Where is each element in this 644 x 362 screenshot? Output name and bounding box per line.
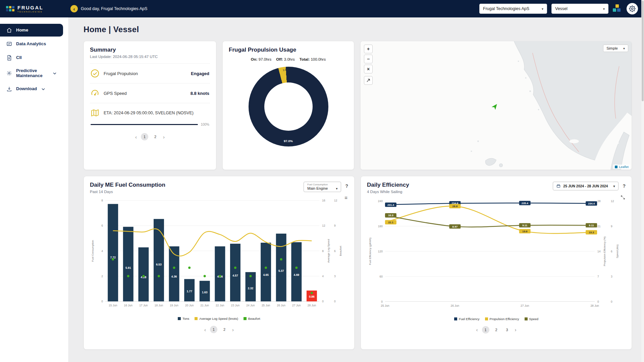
chevron-down-icon: ▾ (542, 7, 543, 11)
svg-text:4: 4 (322, 275, 324, 278)
zoom-out-button[interactable]: − (364, 55, 373, 63)
stat-on-value: 97.0hrs (259, 57, 271, 61)
expand-icon[interactable] (621, 195, 625, 200)
map-style-select[interactable]: Simple ▾ (603, 45, 628, 52)
zoom-in-button[interactable]: + (364, 45, 373, 53)
svg-text:22 Jun: 22 Jun (216, 304, 224, 307)
fleet-icon[interactable] (613, 4, 622, 13)
map-canvas[interactable] (361, 41, 632, 170)
legend-label: Average Log Speed (knots) (199, 317, 238, 320)
vessel-select-value: Vessel (555, 6, 568, 11)
page-button[interactable]: 1 (482, 326, 489, 334)
efficiency-card-subtitle: 4 Days While Sailing (367, 190, 409, 194)
chevron-down-icon: ▾ (336, 187, 337, 190)
vessel-select[interactable]: Vessel ▾ (551, 4, 608, 14)
svg-text:235.4: 235.4 (522, 202, 529, 205)
scrollbar-thumb[interactable] (642, 1, 644, 101)
svg-text:3: 3 (334, 275, 336, 278)
chart-menu-icon[interactable]: ≡ (344, 195, 347, 200)
donut-hole (264, 82, 313, 131)
svg-text:4.69: 4.69 (294, 273, 300, 277)
stat-total-label: Total: (300, 57, 310, 61)
svg-text:22.1: 22.1 (388, 221, 393, 224)
sidebar-item-label: CII (16, 55, 22, 60)
svg-text:0: 0 (597, 300, 599, 303)
summary-rows: Frugal Propulsion Engaged GPS Speed 8.8 … (90, 63, 210, 103)
summary-row-gps-speed: GPS Speed 8.8 knots (90, 83, 210, 103)
svg-text:0: 0 (611, 300, 612, 303)
map-card: + − × Simple ▾ Leaflet (360, 41, 632, 170)
legend-swatch (178, 317, 181, 320)
analytics-icon (6, 41, 12, 47)
sidebar: Home Data Analytics CII Predictive Maint… (0, 17, 69, 362)
daily-efficiency-chart: 0601201802400714212803691225 Jun26 Jun27… (367, 195, 626, 315)
leaflet-attribution[interactable]: Leaflet (613, 165, 630, 169)
page-button[interactable]: 1 (210, 326, 217, 333)
svg-text:0: 0 (381, 300, 383, 303)
map-measure-button[interactable] (364, 76, 373, 85)
next-page-button[interactable]: › (514, 327, 517, 332)
company-select[interactable]: Frugal Technologies ApS ▾ (479, 4, 547, 14)
sidebar-item-data-analytics[interactable]: Data Analytics (0, 38, 63, 50)
summary-eta-block: ETA: 2024-06-29 05:00:00, SVELGEN (NOSVE… (90, 103, 210, 128)
efficiency-chart-wrap: 0601201802400714212803691225 Jun26 Jun27… (367, 195, 626, 316)
svg-text:12: 12 (322, 224, 325, 227)
svg-text:19 Jun: 19 Jun (170, 304, 178, 307)
date-range-select[interactable]: 25 JUN 2024 - 28 JUN 2024 ▾ (553, 182, 619, 190)
help-icon[interactable]: ? (345, 183, 348, 189)
helm-icon[interactable] (627, 3, 638, 14)
summary-last-update: Last Update: 2024-06-28 05:15:47 UTC (90, 55, 210, 59)
svg-text:9: 9 (611, 225, 612, 228)
fuel-consumption-chart: 02468048121603691215 Jun16 Jun17 Jun18 J… (90, 195, 348, 315)
chevron-down-icon (42, 88, 45, 90)
stat-total: Total: 100.0hrs (300, 57, 326, 61)
svg-text:8.97: 8.97 (452, 225, 458, 228)
svg-text:9: 9 (334, 224, 336, 227)
map-route-icon (91, 109, 99, 117)
summary-row-label: GPS Speed (104, 91, 127, 96)
chevron-down-icon (53, 72, 56, 74)
chevron-down-icon: ▾ (603, 7, 605, 11)
page-button[interactable]: 2 (493, 326, 500, 334)
sidebar-item-cii[interactable]: CII (0, 51, 63, 64)
legend-item-speed: Speed (525, 317, 538, 321)
svg-text:Speed (kts): Speed (kts) (616, 244, 619, 258)
page-scrollbar[interactable] (641, 0, 644, 362)
next-page-button[interactable]: › (231, 327, 234, 332)
stat-off: Off: 3.0hrs (276, 57, 295, 61)
page-button[interactable]: 3 (503, 326, 511, 334)
svg-text:16: 16 (322, 199, 325, 202)
fuel-card-titles: Daily ME Fuel Consumption Past 14 Days (90, 182, 165, 194)
frugal-logo[interactable]: FRUGAL TECHNOLOGIES (6, 5, 64, 13)
legend-item-fuel-efficiency: Fuel Efficiency (454, 317, 480, 321)
svg-text:25 Jun: 25 Jun (262, 304, 270, 307)
sidebar-item-predictive-maintenance[interactable]: Predictive Maintenance (0, 65, 63, 82)
help-icon[interactable]: ? (623, 183, 626, 189)
fuel-type-select[interactable]: Fuel Consumption Main Engine ▾ (304, 182, 341, 192)
back-icon[interactable]: ‹ (70, 5, 78, 12)
legend-item-tons: Tons (178, 317, 189, 320)
svg-text:15 Jun: 15 Jun (109, 304, 117, 307)
company-select-value: Frugal Technologies ApS (483, 6, 529, 11)
next-page-button[interactable]: › (162, 134, 165, 139)
page-button[interactable]: 2 (152, 133, 159, 140)
page-button[interactable]: 2 (221, 326, 228, 333)
fuel-card-controls: Fuel Consumption Main Engine ▾ ? (304, 182, 348, 192)
summary-title: Summary (90, 47, 210, 53)
logo-icon (6, 6, 14, 11)
prev-page-button[interactable]: ‹ (135, 134, 138, 139)
navbar-right: Frugal Technologies ApS ▾ Vessel ▾ (479, 3, 638, 14)
svg-text:240: 240 (378, 199, 383, 203)
efficiency-pagination: ‹ 1 2 3 › (367, 326, 626, 334)
logo-text: FRUGAL TECHNOLOGIES (17, 5, 44, 13)
prev-page-button[interactable]: ‹ (204, 327, 207, 332)
leaflet-icon (615, 166, 618, 168)
prev-page-button[interactable]: ‹ (476, 327, 479, 332)
page-button[interactable]: 1 (141, 133, 148, 140)
sidebar-item-home[interactable]: Home (0, 24, 63, 37)
svg-text:27 Jun: 27 Jun (521, 304, 529, 307)
sidebar-item-download[interactable]: Download (0, 83, 63, 96)
svg-text:Fuel Consumption: Fuel Consumption (91, 240, 94, 262)
clear-route-button[interactable]: × (364, 65, 373, 73)
logo-subtitle: TECHNOLOGIES (17, 11, 44, 13)
